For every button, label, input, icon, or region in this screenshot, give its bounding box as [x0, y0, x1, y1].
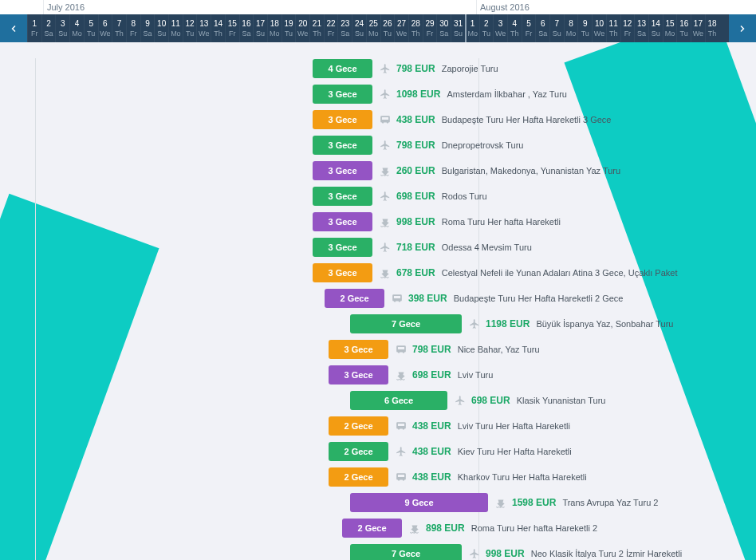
next-button[interactable] [729, 14, 756, 42]
day-cell[interactable]: 8Fr [126, 14, 140, 42]
day-cell[interactable]: 10We [592, 14, 606, 42]
day-cell[interactable]: 26Tu [380, 14, 395, 42]
duration-bar[interactable]: 3 Gece [313, 212, 372, 231]
duration-bar[interactable]: 2 Gece [329, 442, 388, 461]
day-cell[interactable]: 15Mo [663, 14, 677, 42]
tour-title[interactable]: Roma Turu Her hafta Hareketli 2 [471, 523, 597, 533]
duration-bar[interactable]: 9 Gece [350, 493, 488, 512]
day-cell[interactable]: 18Th [705, 14, 719, 42]
day-number: 30 [437, 19, 451, 29]
day-cell[interactable]: 7Su [549, 14, 564, 42]
day-cell[interactable]: 27We [394, 14, 408, 42]
day-number: 23 [338, 19, 352, 29]
duration-bar[interactable]: 3 Gece [313, 238, 372, 257]
tour-title[interactable]: Rodos Turu [442, 191, 487, 201]
day-number: 17 [254, 19, 267, 29]
day-cell[interactable]: 9Tu [577, 14, 592, 42]
day-cell[interactable]: 13We [196, 14, 211, 42]
duration-bar[interactable]: 3 Gece [313, 110, 372, 129]
tour-title[interactable]: Dnepropetrovsk Turu [442, 140, 524, 150]
day-cell[interactable]: 25Mo [366, 14, 380, 42]
day-cell[interactable]: 2Tu [479, 14, 494, 42]
duration-bar[interactable]: 2 Gece [329, 416, 388, 436]
tour-title[interactable]: Trans Avrupa Yaz Turu 2 [562, 498, 658, 507]
duration-bar[interactable]: 3 Gece [329, 365, 388, 385]
duration-bar[interactable]: 3 Gece [313, 85, 372, 104]
tour-title[interactable]: Zaporojie Turu [442, 64, 498, 73]
tour-title[interactable]: Lviv Turu Her Hafta Hareketli [458, 421, 570, 431]
duration-bar[interactable]: 3 Gece [329, 340, 388, 359]
day-cell[interactable]: 8Mo [564, 14, 578, 42]
day-cell[interactable]: 17We [691, 14, 705, 42]
day-cell[interactable]: 3We [493, 14, 507, 42]
tour-title[interactable]: Lviv Turu [458, 370, 494, 380]
day-cell[interactable]: 20We [295, 14, 309, 42]
tour-meta: 438 EURKiev Turu Her Hafta Hareketli [395, 445, 572, 458]
tour-title[interactable]: Nice Bahar, Yaz Turu [458, 345, 540, 354]
duration-bar[interactable]: 6 Gece [350, 391, 447, 410]
day-cell[interactable]: 11Mo [168, 14, 183, 42]
day-cell[interactable]: 15Fr [225, 14, 239, 42]
day-cell[interactable]: 13Sa [634, 14, 648, 42]
day-cell[interactable]: 17Su [253, 14, 267, 42]
day-cell[interactable]: 6We [98, 14, 112, 42]
day-cell[interactable]: 16Tu [676, 14, 691, 42]
tour-meta: 898 EURRoma Turu Her hafta Hareketli 2 [408, 522, 597, 534]
tour-title[interactable]: Celestyal Nefeli ile Yunan Adaları Atina… [442, 268, 678, 278]
day-cell[interactable]: 24Su [352, 14, 366, 42]
tour-title[interactable]: Budapeşte Turu Her Hafta Hareketli 2 Gec… [454, 294, 624, 303]
day-cell[interactable]: 1Mo [465, 14, 479, 42]
day-cell[interactable]: 11Th [606, 14, 620, 42]
tour-title[interactable]: Amsterdam İlkbahar , Yaz Turu [447, 89, 567, 99]
day-cell[interactable]: 4Mo [69, 14, 84, 42]
day-cell[interactable]: 12Fr [620, 14, 635, 42]
duration-bar[interactable]: 2 Gece [329, 467, 388, 487]
day-cell[interactable]: 10Su [154, 14, 168, 42]
day-cell[interactable]: 14Th [211, 14, 225, 42]
day-cell[interactable]: 5Tu [84, 14, 98, 42]
day-cell[interactable]: 28Th [408, 14, 423, 42]
day-cell[interactable]: 1Fr [27, 14, 41, 42]
tour-title[interactable]: Kharkov Turu Her Hafta Hareketli [458, 472, 587, 482]
duration-bar[interactable]: 7 Gece [350, 544, 462, 560]
tour-title[interactable]: Kiev Turu Her Hafta Hareketli [458, 447, 572, 456]
day-cell[interactable]: 21Th [309, 14, 324, 42]
day-cell[interactable]: 22Fr [324, 14, 338, 42]
day-cell[interactable]: 9Sa [140, 14, 155, 42]
tour-title[interactable]: Klasik Yunanistan Turu [517, 396, 606, 405]
duration-bar[interactable]: 3 Gece [313, 136, 372, 155]
duration-bar[interactable]: 3 Gece [313, 161, 372, 180]
tour-title[interactable]: Büyük İspanya Yaz, Sonbahar Turu [536, 319, 673, 329]
tour-title[interactable]: Odessa 4 Mevsim Turu [442, 243, 532, 252]
tour-title[interactable]: Budapeşte Turu Her Hafta Hareketli 3 Gec… [442, 115, 612, 124]
day-cell[interactable]: 2Sa [41, 14, 56, 42]
day-cell[interactable]: 29Fr [423, 14, 437, 42]
ship-icon [379, 266, 392, 279]
day-cell[interactable]: 3Su [55, 14, 69, 42]
duration-bar[interactable]: 7 Gece [350, 314, 462, 333]
day-cell[interactable]: 14Su [648, 14, 663, 42]
tour-title[interactable]: Bulgaristan, Makedonya, Yunanistan Yaz T… [442, 166, 620, 175]
duration-bar[interactable]: 4 Gece [313, 59, 372, 78]
day-cell[interactable]: 31Su [451, 14, 465, 42]
duration-bar[interactable]: 3 Gece [313, 187, 372, 206]
day-cell[interactable]: 23Sa [337, 14, 352, 42]
prev-button[interactable] [0, 14, 27, 42]
plane-icon [454, 394, 467, 407]
day-cell[interactable]: 6Sa [535, 14, 549, 42]
tour-title[interactable]: Neo Klasik İtalya Turu 2 İzmir Hareketli [531, 549, 683, 558]
day-cell[interactable]: 30Sa [436, 14, 451, 42]
day-weekday: Th [310, 29, 324, 38]
day-cell[interactable]: 19Tu [282, 14, 296, 42]
tour-title[interactable]: Roma Turu Her hafta Hareketli [442, 217, 561, 227]
duration-bar[interactable]: 2 Gece [325, 289, 384, 308]
day-cell[interactable]: 16Sa [239, 14, 254, 42]
tour-price: 718 EUR [396, 242, 435, 253]
duration-bar[interactable]: 3 Gece [313, 263, 372, 282]
day-cell[interactable]: 18Mo [267, 14, 282, 42]
day-cell[interactable]: 4Th [507, 14, 522, 42]
duration-bar[interactable]: 2 Gece [342, 519, 402, 538]
day-cell[interactable]: 5Fr [522, 14, 536, 42]
day-cell[interactable]: 12Tu [183, 14, 197, 42]
day-cell[interactable]: 7Th [112, 14, 126, 42]
